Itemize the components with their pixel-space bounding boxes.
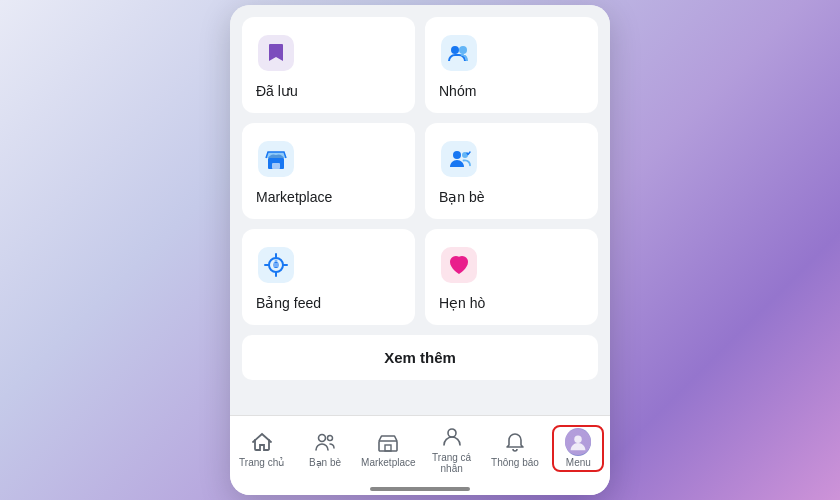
grid-item-hendo[interactable]: Hẹn hò: [425, 229, 598, 325]
svg-point-3: [459, 46, 467, 54]
grid-item-friends[interactable]: Bạn bè: [425, 123, 598, 219]
groups-label: Nhóm: [439, 83, 476, 99]
friends-nav-label: Bạn bè: [309, 457, 341, 468]
home-indicator-bar: [230, 483, 610, 495]
svg-rect-1: [441, 35, 477, 71]
marketplace-nav-icon: [375, 429, 401, 455]
home-nav-label: Trang chủ: [239, 457, 284, 468]
bell-nav-icon: [502, 429, 528, 455]
groups-icon: [439, 33, 479, 73]
nav-item-home[interactable]: Trang chủ: [230, 427, 293, 470]
svg-rect-18: [272, 263, 280, 267]
nav-item-notifications[interactable]: Thông báo: [483, 427, 546, 470]
svg-point-17: [275, 260, 278, 263]
content-area: Đã lưu Nhóm: [230, 5, 610, 415]
grid-item-marketplace[interactable]: Marketplace: [242, 123, 415, 219]
bookmark-icon: [256, 33, 296, 73]
svg-point-2: [451, 46, 459, 54]
notifications-nav-label: Thông báo: [491, 457, 539, 468]
svg-point-26: [575, 436, 582, 443]
menu-avatar-icon: [565, 429, 591, 455]
svg-point-21: [327, 436, 332, 441]
friends-label: Bạn bè: [439, 189, 485, 205]
friends-icon: [439, 139, 479, 179]
svg-point-8: [453, 151, 461, 159]
marketplace-label: Marketplace: [256, 189, 332, 205]
hendo-label: Hẹn hò: [439, 295, 485, 311]
marketplace-nav-label: Marketplace: [361, 457, 415, 468]
bottom-navigation: Trang chủ Bạn bè: [230, 415, 610, 483]
svg-rect-7: [441, 141, 477, 177]
nav-item-menu[interactable]: Menu: [547, 427, 610, 470]
svg-rect-6: [272, 163, 280, 169]
svg-rect-23: [385, 445, 391, 451]
bangfeed-label: Bảng feed: [256, 295, 321, 311]
grid-item-saved[interactable]: Đã lưu: [242, 17, 415, 113]
xem-them-button[interactable]: Xem thêm: [242, 335, 598, 380]
svg-point-24: [448, 429, 456, 437]
grid-item-bangfeed[interactable]: Bảng feed: [242, 229, 415, 325]
nav-item-marketplace[interactable]: Marketplace: [357, 427, 420, 470]
friends-nav-icon: [312, 429, 338, 455]
profile-nav-label: Trang cá nhân: [420, 452, 483, 474]
heart-icon: [439, 245, 479, 285]
svg-point-20: [318, 435, 325, 442]
nav-item-profile[interactable]: Trang cá nhân: [420, 422, 483, 476]
menu-nav-label: Menu: [566, 457, 591, 468]
nav-item-friends[interactable]: Bạn bè: [293, 427, 356, 470]
feed-icon: [256, 245, 296, 285]
home-indicator: [370, 487, 470, 491]
svg-rect-22: [379, 441, 397, 451]
grid-item-groups[interactable]: Nhóm: [425, 17, 598, 113]
profile-nav-icon: [439, 424, 465, 450]
feature-grid: Đã lưu Nhóm: [242, 17, 598, 325]
home-nav-icon: [249, 429, 275, 455]
phone-frame: Đã lưu Nhóm: [230, 5, 610, 495]
marketplace-icon: [256, 139, 296, 179]
saved-label: Đã lưu: [256, 83, 298, 99]
